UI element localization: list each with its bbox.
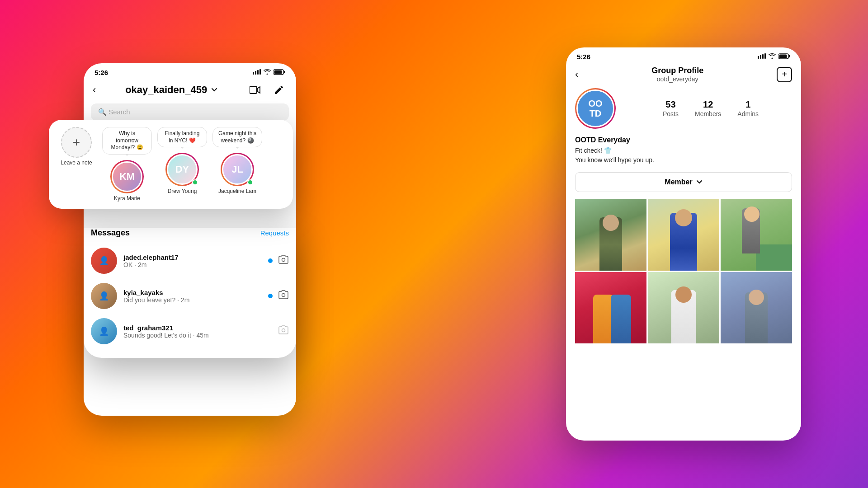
add-to-group-button[interactable]: + — [777, 67, 792, 82]
jaded-info: jaded.elephant17 OK · 2m — [123, 253, 262, 268]
status-icons-left — [253, 69, 285, 76]
messages-title: Messages — [91, 228, 130, 238]
svg-rect-11 — [758, 56, 759, 59]
photo-cell-3[interactable] — [721, 199, 792, 271]
messages-header: Messages Requests — [91, 228, 289, 238]
member-button[interactable]: Member — [575, 172, 792, 192]
ted-username: ted_graham321 — [123, 324, 272, 332]
members-stat: 12 Members — [695, 99, 721, 118]
group-profile-subtitle: ootd_everyday — [651, 75, 703, 83]
group-avatar-text: OO TD — [588, 99, 602, 118]
status-bar-left: 5:26 — [84, 63, 296, 78]
jac-note-bubble: Game night this weekend? 🎱 — [212, 127, 262, 147]
admins-count: 1 — [737, 99, 759, 110]
wifi-icon-right — [769, 53, 776, 60]
search-bar[interactable]: 🔍 Search — [91, 103, 289, 121]
dm-header: ‹ okay_kaiden_459 — [84, 78, 296, 103]
signal-icon-right — [758, 53, 766, 60]
member-btn-label: Member — [665, 178, 692, 186]
svg-rect-13 — [762, 54, 764, 59]
svg-rect-16 — [779, 54, 787, 58]
svg-rect-0 — [253, 72, 254, 75]
group-stats: 53 Posts 12 Members 1 Admins — [629, 99, 792, 118]
posts-count: 53 — [663, 99, 679, 110]
back-arrow-right[interactable]: ‹ — [575, 69, 578, 80]
dm-username[interactable]: okay_kaiden_459 — [125, 84, 218, 96]
svg-rect-17 — [789, 55, 790, 57]
message-item-jaded[interactable]: 👤 jaded.elephant17 OK · 2m — [91, 243, 289, 278]
status-icons-right — [758, 53, 790, 61]
admins-stat: 1 Admins — [737, 99, 759, 118]
ted-actions — [278, 325, 289, 338]
svg-rect-14 — [764, 53, 766, 59]
jaded-username: jaded.elephant17 — [123, 253, 262, 261]
svg-point-9 — [282, 293, 285, 296]
leave-note-person: + Leave a note — [56, 127, 97, 166]
drew-name: Drew Young — [168, 188, 197, 194]
group-bio: Fit check! 👕 You know we'll hype you up. — [575, 146, 792, 165]
camera-icon-kyia[interactable] — [278, 290, 289, 303]
kyra-avatar: KM — [113, 163, 141, 191]
photo-grid — [575, 199, 792, 343]
kyia-info: kyia_kayaks Did you leave yet? · 2m — [123, 289, 262, 304]
group-avatar: OO TD — [575, 88, 616, 129]
group-profile-title: Group Profile — [651, 66, 703, 75]
requests-link[interactable]: Requests — [260, 229, 289, 237]
svg-rect-2 — [257, 70, 259, 75]
message-item-kyia[interactable]: 👤 kyia_kayaks Did you leave yet? · 2m — [91, 278, 289, 314]
battery-icon-right — [778, 53, 790, 61]
kyra-marie-story[interactable]: Why is tomorrow Monday!? 😩 KM Kyra Marie — [102, 127, 152, 202]
svg-rect-3 — [259, 69, 261, 75]
svg-point-8 — [282, 258, 285, 261]
group-name: OOTD Everyday — [575, 136, 792, 144]
jac-name: Jacqueline Lam — [218, 188, 256, 194]
members-label: Members — [695, 110, 721, 117]
photo-cell-2[interactable] — [648, 199, 719, 271]
drew-avatar: DY — [168, 155, 196, 183]
video-call-button[interactable] — [247, 82, 264, 98]
time-left: 5:26 — [94, 69, 108, 76]
messages-panel: Messages Requests 👤 jaded.elephant17 OK … — [84, 228, 296, 358]
notes-card: + Leave a note Why is tomorrow Monday!? … — [49, 120, 293, 209]
kyia-actions — [268, 290, 289, 303]
group-stats-row: OO TD 53 Posts 12 Members 1 Admins — [575, 88, 792, 129]
drew-online-indicator — [192, 179, 198, 185]
member-chevron-icon — [696, 180, 703, 184]
photo-cell-1[interactable] — [575, 199, 646, 271]
kyra-name: Kyra Marie — [114, 195, 140, 202]
photo-cell-5[interactable] — [648, 272, 719, 343]
leave-note-label: Leave a note — [61, 160, 92, 166]
kyra-note-bubble: Why is tomorrow Monday!? 😩 — [102, 127, 152, 155]
svg-rect-6 — [284, 71, 285, 73]
posts-label: Posts — [663, 110, 679, 117]
jaded-actions — [268, 254, 289, 267]
kyia-unread-dot — [268, 294, 273, 298]
svg-point-10 — [282, 328, 285, 332]
group-avatar-inner: OO TD — [576, 89, 614, 127]
right-phone: 5:26 ‹ Group Profile ootd_everyday + — [566, 47, 801, 441]
svg-rect-7 — [250, 86, 257, 94]
svg-rect-12 — [760, 55, 761, 59]
group-header: ‹ Group Profile ootd_everyday + — [566, 62, 801, 88]
group-profile-body: OO TD 53 Posts 12 Members 1 Admins OOTD … — [566, 88, 801, 343]
battery-icon — [274, 69, 285, 76]
wifi-icon — [264, 69, 271, 76]
add-note-button[interactable]: + — [61, 127, 92, 158]
ted-info: ted_graham321 Sounds good! Let's do it ·… — [123, 324, 272, 339]
jac-avatar: JL — [223, 155, 251, 183]
svg-rect-5 — [274, 70, 282, 74]
photo-cell-4[interactable] — [575, 272, 646, 343]
jacqueline-lam-story[interactable]: Game night this weekend? 🎱 JL Jacqueline… — [212, 127, 262, 194]
compose-button[interactable] — [271, 82, 287, 98]
camera-icon-jaded[interactable] — [278, 254, 289, 267]
photo-cell-6[interactable] — [721, 272, 792, 343]
posts-stat: 53 Posts — [663, 99, 679, 118]
back-arrow-left[interactable]: ‹ — [93, 84, 96, 96]
kyia-avatar: 👤 — [91, 283, 117, 309]
ted-avatar: 👤 — [91, 318, 117, 344]
camera-icon-ted[interactable] — [278, 325, 289, 338]
jaded-unread-dot — [268, 258, 273, 263]
group-bio-line1: Fit check! 👕 — [575, 147, 612, 154]
drew-young-story[interactable]: Finally landing in NYC! ❤️ DY Drew Young — [157, 127, 207, 194]
message-item-ted[interactable]: 👤 ted_graham321 Sounds good! Let's do it… — [91, 314, 289, 349]
